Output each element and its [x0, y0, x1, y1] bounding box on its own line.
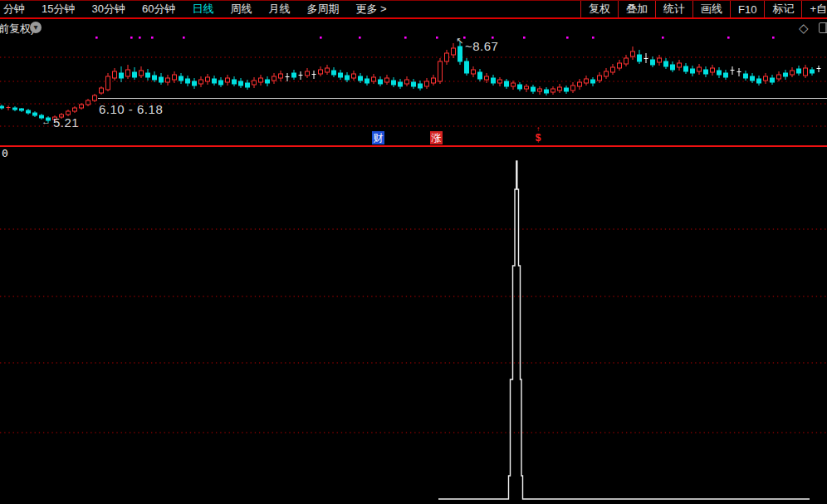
dollar-icon: $ — [536, 133, 541, 143]
tab-multi-period[interactable]: 多周期 — [298, 2, 347, 17]
tab-15min[interactable]: 15分钟 — [33, 2, 83, 17]
tab-weekly[interactable]: 周线 — [222, 2, 260, 17]
toolbar-buttons: 复权 叠加 统计 画线 F10 标记 +自 — [580, 1, 827, 17]
diamond-icon[interactable]: ◇ — [799, 21, 809, 36]
chart-subheader: 前复权) ▾ ◇ — [0, 19, 827, 37]
tab-monthly[interactable]: 月线 — [260, 2, 298, 17]
limit-up-marker-zhang[interactable]: 涨 — [430, 131, 443, 144]
statistics-button[interactable]: 统计 — [655, 1, 692, 17]
tab-30min[interactable]: 30分钟 — [83, 2, 133, 17]
period-tabs: 分钟 15分钟 30分钟 60分钟 日线 周线 月线 多周期 更多 > — [0, 1, 395, 17]
news-marker-cai[interactable]: 财 — [372, 131, 384, 144]
low-price-arrow-icon: ← — [42, 116, 51, 126]
low-price-annotation: 5.21 — [53, 115, 79, 130]
tab-minute[interactable]: 分钟 — [0, 2, 33, 17]
overlay-button[interactable]: 叠加 — [618, 1, 655, 17]
mark-button[interactable]: 标记 — [764, 1, 801, 17]
f10-button[interactable]: F10 — [730, 1, 764, 17]
price-chart-canvas — [0, 0, 827, 504]
trading-app-window: 分钟 15分钟 30分钟 60分钟 日线 周线 月线 多周期 更多 > 复权 叠… — [0, 0, 827, 504]
add-watchlist-button[interactable]: +自 — [801, 1, 827, 17]
top-toolbar: 分钟 15分钟 30分钟 60分钟 日线 周线 月线 多周期 更多 > 复权 叠… — [0, 0, 827, 19]
draw-line-button[interactable]: 画线 — [692, 1, 730, 17]
indicator-value-label: 0 — [2, 147, 8, 159]
high-price-arrow-icon: ↖ — [456, 36, 463, 46]
gap-range-annotation: 6.10 - 6.18 — [99, 102, 163, 116]
adjust-rights-button[interactable]: 复权 — [580, 1, 618, 17]
tab-daily[interactable]: 日线 — [184, 2, 222, 17]
high-price-annotation: ~8.67 — [465, 39, 498, 53]
dividend-marker[interactable]: ↑ $ — [532, 126, 544, 144]
chevron-down-icon[interactable]: ▾ — [30, 22, 42, 33]
adjust-mode-label: 前复权) — [0, 22, 34, 37]
tab-more[interactable]: 更多 > — [347, 2, 394, 17]
panel-toggle-icon[interactable] — [819, 22, 827, 33]
tab-60min[interactable]: 60分钟 — [134, 2, 184, 17]
